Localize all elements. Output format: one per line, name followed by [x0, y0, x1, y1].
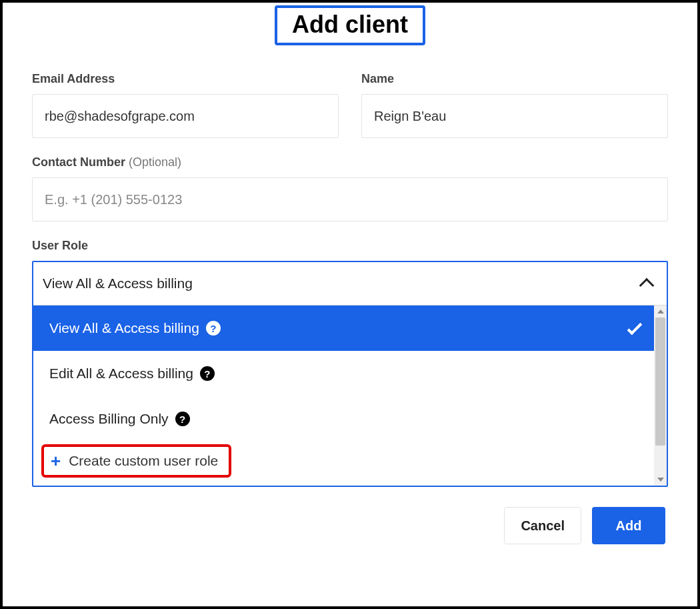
scroll-thumb[interactable]	[655, 318, 665, 446]
triangle-down-icon	[657, 478, 664, 482]
chevron-up-icon	[639, 278, 655, 293]
plus-icon: +	[51, 452, 61, 470]
contact-label: Contact Number (Optional)	[32, 155, 668, 169]
role-option-label: View All & Access billing	[49, 320, 199, 336]
role-option-label: Edit All & Access billing	[49, 366, 193, 382]
dropdown-scrollbar[interactable]	[654, 306, 667, 486]
create-custom-role-button[interactable]: + Create custom user role	[41, 444, 231, 478]
email-label: Email Address	[32, 72, 339, 86]
role-select[interactable]: View All & Access billing View All & Acc…	[32, 261, 668, 487]
cancel-button[interactable]: Cancel	[504, 507, 581, 544]
dialog-title: Add client	[275, 5, 425, 45]
role-option-view-all[interactable]: View All & Access billing ?	[33, 306, 654, 351]
role-select-head[interactable]: View All & Access billing	[33, 262, 667, 305]
contact-optional: (Optional)	[129, 155, 181, 169]
add-button[interactable]: Add	[592, 507, 665, 544]
scroll-up-button[interactable]	[654, 306, 667, 318]
help-icon[interactable]: ?	[175, 412, 190, 426]
triangle-up-icon	[657, 310, 664, 314]
role-select-value: View All & Access billing	[43, 275, 193, 291]
help-icon[interactable]: ?	[200, 366, 215, 381]
contact-label-text: Contact Number	[32, 155, 125, 169]
help-icon[interactable]: ?	[206, 321, 221, 336]
role-label: User Role	[32, 239, 668, 253]
role-option-edit-all[interactable]: Edit All & Access billing ?	[33, 351, 654, 396]
name-input[interactable]	[361, 94, 668, 138]
email-input[interactable]	[32, 94, 339, 138]
create-custom-role-label: Create custom user role	[69, 453, 218, 469]
check-icon	[627, 320, 643, 336]
scroll-track[interactable]	[654, 318, 667, 474]
name-label: Name	[361, 72, 668, 86]
role-option-billing-only[interactable]: Access Billing Only ?	[33, 396, 654, 442]
role-option-label: Access Billing Only	[49, 411, 169, 427]
contact-input[interactable]	[32, 177, 668, 221]
scroll-down-button[interactable]	[654, 474, 667, 486]
